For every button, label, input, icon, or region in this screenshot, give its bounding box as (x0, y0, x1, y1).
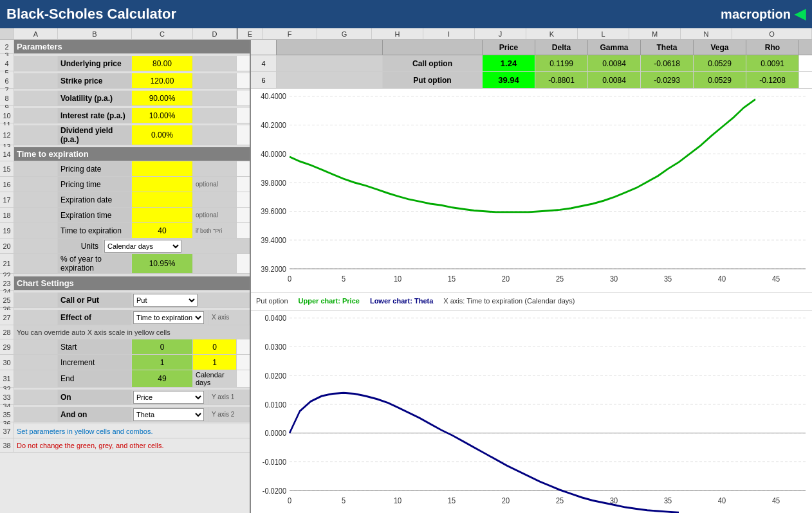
pricing-date-input[interactable] (132, 161, 193, 176)
pricing-date-label: Pricing date (58, 161, 132, 176)
row-35: 35 And on Theta Price Delta Gamma Vega R… (0, 407, 250, 422)
start-value2[interactable]: 0 (193, 339, 237, 354)
call-theta: -0.0618 (641, 55, 694, 71)
row-num-17: 17 (0, 192, 14, 207)
svg-text:39.4000: 39.4000 (261, 235, 286, 245)
svg-text:0.0300: 0.0300 (264, 342, 286, 352)
call-price: 1.24 (483, 55, 535, 71)
note-2: Do not change the green, grey, and other… (17, 442, 164, 449)
svg-text:25: 25 (556, 496, 564, 505)
put-rho: -0.1208 (746, 72, 799, 88)
on-label: On (58, 390, 132, 404)
row-19: 19 Time to expiration 40 if both "Pri (0, 223, 250, 239)
increment-value2[interactable]: 1 (193, 355, 237, 370)
row-num-21: 21 (0, 254, 14, 273)
col-delta-header: Delta (535, 40, 588, 55)
interest-rate-label: Interest rate (p.a.) (58, 108, 132, 123)
x-axis-label: X axis (209, 310, 250, 325)
row-num-19: 19 (0, 223, 14, 238)
legend-xaxis: X axis: Time to expiration (Calendar day… (443, 297, 575, 305)
col-header-b: B (58, 28, 132, 39)
underlying-price-label-cell (14, 56, 58, 71)
svg-rect-26 (251, 310, 812, 514)
expiration-time-input[interactable] (132, 208, 193, 222)
row-27: 27 Effect of Time to expiration Underlyi… (0, 310, 250, 325)
effect-of-select-cell[interactable]: Time to expiration Underlying price Vola… (132, 310, 209, 325)
pricing-time-label: Pricing time (58, 177, 132, 192)
svg-text:15: 15 (448, 496, 456, 505)
svg-text:39.8000: 39.8000 (261, 178, 286, 188)
on-select-cell[interactable]: Price Delta Gamma Theta Vega Rho (132, 390, 209, 404)
dividend-yield-label: Dividend yield (p.a.) (58, 125, 132, 145)
units-select[interactable]: Calendar days Trading days Years (104, 240, 181, 253)
lower-chart: 0.0400 0.0300 0.0200 0.0100 0.0000 -0.01… (251, 310, 812, 514)
expiration-time-label: Expiration time (58, 208, 132, 222)
pricing-time-input[interactable] (132, 177, 193, 192)
y-axis1-label: Y axis 1 (209, 390, 250, 404)
col-gamma-header: Gamma (588, 40, 641, 55)
effect-of-select[interactable]: Time to expiration Underlying price Vola… (133, 311, 204, 324)
underlying-price-label: Underlying price (58, 56, 132, 71)
row-37: 37 Set parameters in yellow cells and co… (0, 424, 250, 438)
units-select-cell[interactable]: Calendar days Trading days Years (103, 239, 250, 253)
call-or-put-select-cell[interactable]: Put Call (132, 292, 250, 307)
interest-rate-input[interactable]: 10.00% (132, 108, 193, 123)
row-30: 30 Increment 1 1 (0, 355, 250, 370)
col-header-g: G (317, 28, 372, 39)
svg-text:39.2000: 39.2000 (261, 264, 286, 274)
row-38: 38 Do not change the green, grey, and ot… (0, 438, 250, 453)
svg-text:20: 20 (502, 496, 510, 505)
start-label: Start (58, 339, 132, 354)
optional-1: optional (193, 177, 237, 192)
col-header-m: M (629, 28, 681, 39)
end-value: 49 (132, 370, 193, 387)
legend-lower: Lower chart: Theta (370, 297, 433, 305)
call-or-put-select[interactable]: Put Call (133, 294, 198, 307)
on-select[interactable]: Price Delta Gamma Theta Vega Rho (133, 391, 204, 404)
row-num-15: 15 (0, 161, 14, 176)
row-10: 10 Interest rate (p.a.) 10.00% (0, 108, 250, 123)
strike-price-label: Strike price (58, 73, 132, 88)
underlying-price-input[interactable]: 80.00 (132, 56, 193, 71)
row-14: 14 Time to expiration (0, 147, 250, 161)
spreadsheet: Black-Scholes Calculator macroption ◀ A … (0, 0, 812, 513)
row-num-28: 28 (0, 325, 14, 339)
svg-text:40.2000: 40.2000 (261, 120, 286, 130)
expiration-date-label: Expiration date (58, 192, 132, 207)
and-on-select-cell[interactable]: Theta Price Delta Gamma Vega Rho (132, 407, 209, 422)
svg-text:40: 40 (718, 496, 726, 505)
svg-text:45: 45 (772, 496, 780, 505)
row-28: 28 You can override auto X axis scale in… (0, 325, 250, 339)
col-header-l: L (578, 28, 629, 39)
volatility-input[interactable]: 90.00% (132, 91, 193, 105)
col-vega-header: Vega (694, 40, 746, 55)
col-header-o: O (732, 28, 812, 39)
call-rho: 0.0091 (746, 55, 799, 71)
if-both-note: if both "Pri (193, 223, 237, 238)
row-15: 15 Pricing date (0, 161, 250, 177)
strike-price-input[interactable]: 120.00 (132, 73, 193, 88)
row-17: 17 Expiration date (0, 192, 250, 208)
dividend-yield-input[interactable]: 0.00% (132, 125, 193, 145)
row-6: 6 Strike price 120.00 (0, 73, 250, 89)
put-delta: -0.8801 (535, 72, 588, 88)
row-num-27: 27 (0, 310, 14, 325)
and-on-select[interactable]: Theta Price Delta Gamma Vega Rho (133, 408, 204, 421)
y-axis2-label: Y axis 2 (209, 407, 250, 422)
svg-text:40.0000: 40.0000 (261, 149, 286, 159)
time-exp-value[interactable]: 40 (132, 223, 193, 238)
call-or-put-label: Call or Put (58, 292, 132, 307)
title-row: Black-Scholes Calculator macroption ◀ (0, 0, 812, 28)
row-num-38: 38 (0, 438, 14, 452)
row-31: 31 End 49 Calendar days (0, 370, 250, 388)
row-8: 8 Volatility (p.a.) 90.00% (0, 91, 250, 106)
svg-text:5: 5 (342, 496, 346, 505)
col-header-h: H (372, 28, 423, 39)
svg-text:-0.0200: -0.0200 (263, 486, 287, 496)
and-on-label: And on (58, 407, 132, 422)
col-price-header: Price (483, 40, 535, 55)
logo-icon: ◀ (795, 6, 806, 22)
expiration-date-input[interactable] (132, 192, 193, 207)
pct-year-label: % of year to expiration (58, 254, 132, 273)
call-vega: 0.0529 (694, 55, 746, 71)
